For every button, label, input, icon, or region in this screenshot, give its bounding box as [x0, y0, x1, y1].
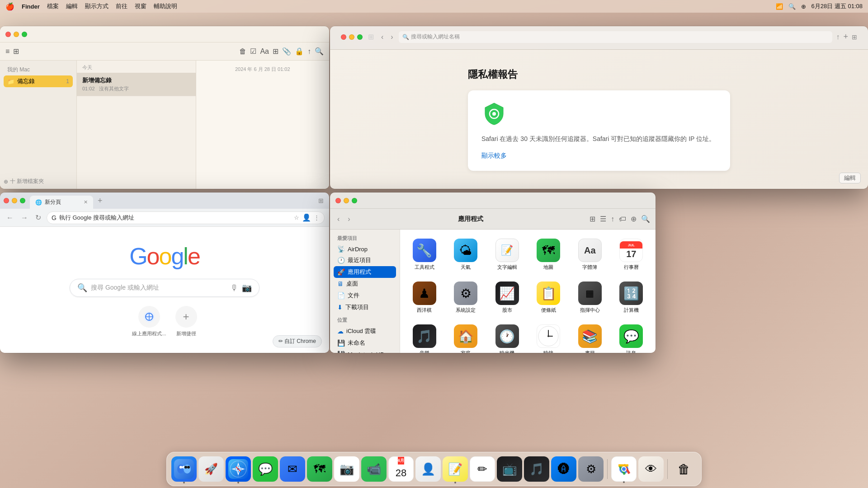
sidebar-item-macintosh[interactable]: 💾 Macintosh HD: [334, 349, 396, 353]
notes-lock-icon[interactable]: 🔒: [295, 47, 304, 56]
apple-menu[interactable]: 🍎: [5, 2, 14, 11]
add-folder-btn[interactable]: ⊕ 十 新增檔案夾: [4, 178, 73, 185]
menu-file[interactable]: 檔案: [47, 2, 59, 10]
notes-list-item[interactable]: 新增備忘錄 01:02 沒有其他文字: [77, 73, 196, 96]
notes-check-icon[interactable]: ☑: [250, 47, 256, 56]
safari-nav-back[interactable]: ‹: [379, 33, 385, 41]
notes-grid-icon[interactable]: ⊞: [13, 47, 19, 56]
dock-chrome[interactable]: [611, 456, 637, 482]
finder-app-syspref[interactable]: ⚙ 系統設定: [447, 278, 485, 317]
finder-close-button[interactable]: [335, 198, 341, 203]
sidebar-item-recents[interactable]: 🕐 最近項目: [334, 254, 396, 266]
search-menu-icon[interactable]: 🔍: [788, 3, 796, 10]
dock-maps[interactable]: 🗺: [307, 456, 332, 482]
finder-app-weather[interactable]: 🌤 天氣: [447, 235, 485, 274]
chrome-menu-icon[interactable]: ⋮: [314, 214, 320, 221]
chrome-maximize-button[interactable]: [20, 198, 25, 203]
finder-app-messages[interactable]: 💬 訊息: [613, 321, 651, 353]
sidebar-item-downloads[interactable]: ⬇ 下載項目: [334, 301, 396, 313]
chrome-tab-control[interactable]: ⊞: [316, 195, 326, 206]
finder-app-calc[interactable]: 🔢 計算機: [613, 278, 651, 317]
dock-finder[interactable]: [171, 456, 197, 482]
menu-view[interactable]: 顯示方式: [85, 2, 108, 10]
dock-appletv[interactable]: 📺: [497, 456, 522, 482]
finder-app-books[interactable]: 📚 書籍: [571, 321, 609, 353]
finder-view-list-icon[interactable]: ☰: [600, 215, 606, 223]
finder-search-icon[interactable]: 🔍: [641, 215, 650, 223]
chrome-customize-button[interactable]: ✏ 自訂 Chrome: [273, 335, 322, 347]
chrome-forward-button[interactable]: →: [19, 214, 30, 222]
chrome-reload-button[interactable]: ↻: [33, 213, 43, 222]
chrome-add-shortcut[interactable]: + 新增捷徑: [175, 306, 197, 337]
chrome-minimize-button[interactable]: [12, 198, 17, 203]
google-search-bar[interactable]: 🔍 搜尋 Google 或輸入網址 🎙 📷: [70, 279, 259, 297]
dock-mail[interactable]: ✉: [280, 456, 305, 482]
safari-close-button[interactable]: [341, 34, 346, 40]
finder-more-icon[interactable]: ⊕: [631, 215, 637, 223]
notes-maximize-button[interactable]: [22, 32, 27, 37]
finder-app-timemachine[interactable]: 🕐 時光機: [488, 321, 526, 353]
dock-photos[interactable]: 📷: [334, 456, 359, 482]
finder-app-music[interactable]: 🎵 音樂: [406, 321, 443, 353]
dock-preview[interactable]: 👁: [638, 456, 664, 482]
sidebar-item-unnamed[interactable]: 💾 未命名: [334, 337, 396, 349]
sidebar-item-applications[interactable]: 🚀 應用程式: [334, 266, 396, 278]
finder-forward-btn[interactable]: ›: [346, 215, 352, 223]
finder-app-tools[interactable]: 🔧 工具程式: [406, 235, 443, 274]
chrome-tab[interactable]: 🌐 新分頁 ✕: [30, 196, 93, 209]
menu-help[interactable]: 輔助說明: [154, 2, 177, 10]
finder-tag-icon[interactable]: 🏷: [619, 215, 626, 223]
menu-window[interactable]: 視窗: [135, 2, 146, 10]
chrome-shortcut-webapps[interactable]: 線上應用程式...: [132, 306, 166, 337]
finder-app-mission[interactable]: ▦ 指揮中心: [571, 278, 609, 317]
dock-launchpad[interactable]: 🚀: [198, 456, 224, 482]
finder-app-stocks[interactable]: 📈 股市: [488, 278, 526, 317]
dock-notes[interactable]: 📝: [443, 456, 468, 482]
finder-minimize-button[interactable]: [344, 198, 349, 203]
finder-share-icon[interactable]: ↑: [611, 215, 614, 223]
safari-newtab-icon[interactable]: +: [843, 32, 848, 42]
notes-folder-item[interactable]: 📁 備忘錄 1: [4, 75, 73, 87]
notes-editor[interactable]: 2024 年 6 月 28 日 01:02: [196, 61, 330, 189]
controlcenter-icon[interactable]: ⊕: [801, 3, 806, 10]
dock-freeform[interactable]: ✏: [470, 456, 495, 482]
safari-share-icon[interactable]: ↑: [836, 33, 840, 41]
sidebar-item-airdrop[interactable]: 📡 AirDrop: [334, 244, 396, 254]
chrome-profile-icon[interactable]: 👤: [302, 213, 311, 222]
safari-back-button[interactable]: ⊞: [366, 33, 376, 41]
dock-safari[interactable]: [226, 456, 251, 482]
chrome-close-button[interactable]: [4, 198, 9, 203]
notes-format-icon[interactable]: Aa: [260, 47, 269, 56]
notes-list-icon[interactable]: ≡: [5, 47, 9, 56]
safari-tabs-icon[interactable]: ⊞: [852, 33, 857, 41]
safari-nav-forward[interactable]: ›: [389, 33, 395, 41]
safari-edit-button[interactable]: 編輯: [839, 173, 861, 183]
finder-app-textedit[interactable]: 📝 文字編輯: [488, 235, 526, 274]
finder-app-maps[interactable]: 🗺 地圖: [530, 235, 568, 274]
dock-messages[interactable]: 💬: [253, 456, 278, 482]
finder-app-clock[interactable]: 時鐘: [530, 321, 568, 353]
menu-go[interactable]: 前往: [116, 2, 127, 10]
notes-table-icon[interactable]: ⊞: [273, 47, 278, 56]
safari-show-more-link[interactable]: 顯示較多: [481, 152, 507, 159]
finder-app-chess[interactable]: ♟ 西洋棋: [406, 278, 443, 317]
notes-minimize-button[interactable]: [14, 32, 19, 37]
menu-finder[interactable]: Finder: [22, 3, 40, 10]
notes-share-icon[interactable]: ↑: [307, 47, 311, 56]
finder-app-fontbook[interactable]: Aa 字體簿: [571, 235, 609, 274]
sidebar-item-icloud[interactable]: ☁ iCloud 雲碟: [334, 325, 396, 337]
google-mic-icon[interactable]: 🎙: [230, 283, 238, 293]
dock-facetime[interactable]: 📹: [361, 456, 387, 482]
finder-app-calendar[interactable]: JUL 17 行事曆: [613, 235, 651, 274]
notes-attach-icon[interactable]: 📎: [282, 47, 291, 56]
finder-back-btn[interactable]: ‹: [335, 215, 341, 223]
chrome-newtab-btn[interactable]: +: [94, 194, 106, 207]
finder-app-home[interactable]: 🏠 家庭: [447, 321, 485, 353]
notes-search-icon[interactable]: 🔍: [315, 47, 324, 56]
dock-music[interactable]: 🎵: [524, 456, 549, 482]
chrome-url-bar[interactable]: G 執行 Google 搜尋或輸入網址 ☆ 👤 ⋮: [47, 211, 325, 224]
chrome-tab-close[interactable]: ✕: [84, 199, 88, 205]
notes-close-button[interactable]: [5, 32, 11, 37]
dock-calendar[interactable]: 6月 28: [388, 456, 414, 482]
finder-app-stickies[interactable]: 📋 便條紙: [530, 278, 568, 317]
